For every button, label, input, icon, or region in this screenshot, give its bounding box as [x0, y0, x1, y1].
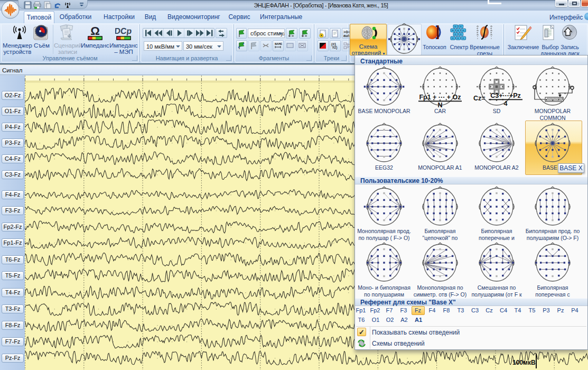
svg-text:100мкВ: 100мкВ: [512, 359, 536, 366]
svg-text:DCp: DCp: [115, 26, 132, 35]
svg-text:NAME: NAME: [275, 42, 283, 46]
svg-text:#2): #2): [332, 45, 337, 50]
svg-text:Ω: Ω: [90, 25, 100, 38]
